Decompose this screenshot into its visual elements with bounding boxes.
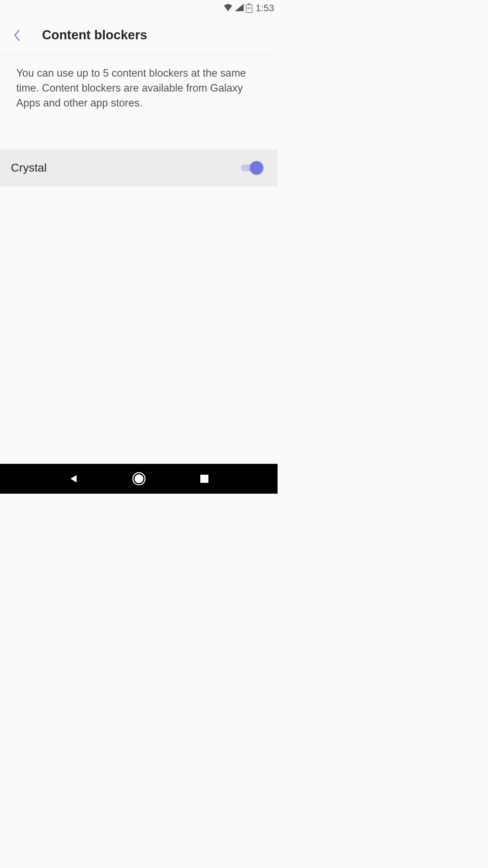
circle-home-icon (132, 472, 146, 486)
nav-back-button[interactable] (65, 471, 82, 487)
signal-icon (235, 4, 244, 13)
status-bar: 68 1:53 (0, 0, 278, 16)
back-button[interactable] (9, 28, 24, 43)
nav-home-button[interactable] (131, 471, 147, 487)
list-spacer (0, 124, 278, 150)
status-time: 1:53 (256, 3, 274, 14)
description-block: You can use up to 5 content blockers at … (0, 54, 278, 123)
square-recents-icon (200, 474, 209, 483)
svg-point-1 (135, 474, 143, 483)
svg-rect-2 (200, 475, 208, 483)
blocker-toggle[interactable] (241, 161, 263, 175)
toggle-thumb (250, 161, 263, 175)
blocker-item-crystal[interactable]: Crystal (0, 150, 278, 186)
description-text: You can use up to 5 content blockers at … (16, 66, 261, 111)
system-nav-bar (0, 464, 278, 494)
app-bar: Content blockers (0, 16, 278, 54)
triangle-back-icon (68, 474, 79, 484)
page-title: Content blockers (42, 28, 147, 42)
blocker-item-label: Crystal (11, 161, 47, 174)
battery-level: 68 (246, 6, 252, 10)
battery-icon: 68 (246, 3, 252, 13)
wifi-icon (223, 4, 233, 13)
chevron-left-icon (13, 29, 21, 42)
nav-recents-button[interactable] (196, 471, 212, 487)
